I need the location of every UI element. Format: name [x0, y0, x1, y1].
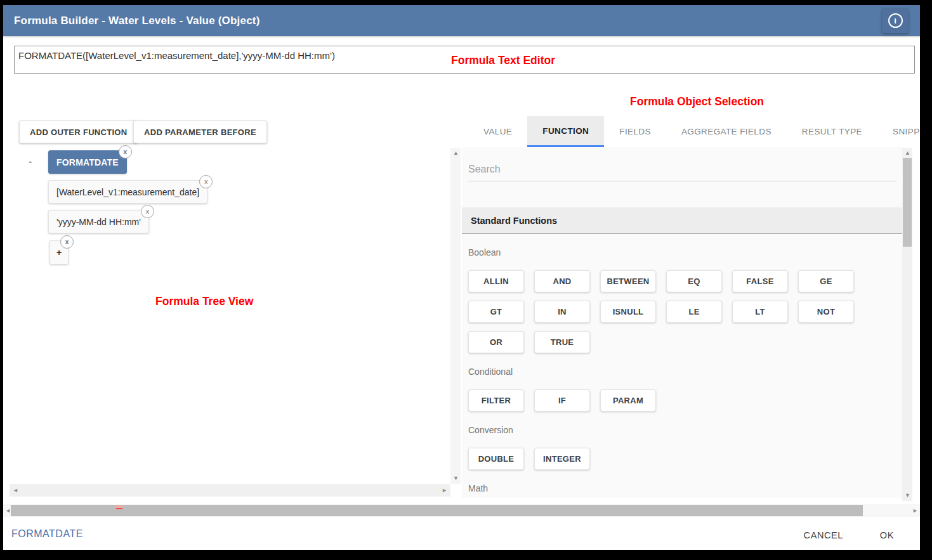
function-button-or[interactable]: OR: [468, 331, 524, 353]
scrollbar-thumb[interactable]: [903, 158, 912, 247]
scroll-right-icon[interactable]: ►: [442, 488, 447, 493]
search-input[interactable]: [468, 164, 897, 181]
remove-node-icon[interactable]: x: [119, 145, 132, 159]
remove-node-icon[interactable]: x: [141, 205, 154, 218]
function-button-filter[interactable]: FILTER: [468, 389, 524, 412]
info-button[interactable]: i: [882, 8, 909, 33]
remove-node-icon[interactable]: x: [60, 235, 74, 249]
scroll-up-icon[interactable]: ▲: [905, 150, 910, 156]
function-button-and[interactable]: AND: [534, 270, 590, 292]
info-icon: i: [888, 13, 903, 28]
tab-function[interactable]: FUNCTION: [527, 116, 604, 147]
tree-horizontal-scrollbar[interactable]: ◄ ►: [10, 484, 450, 497]
category-label-conversion: Conversion: [468, 425, 902, 435]
category-grid-conditional: FILTERIFPARAM: [468, 389, 864, 412]
formula-text: FORMATDATE([WaterLevel_v1:measurement_da…: [18, 50, 335, 61]
tab-aggregate-fields[interactable]: AGGREGATE FIELDS: [666, 116, 787, 147]
function-button-gt[interactable]: GT: [468, 301, 524, 323]
selected-function-link[interactable]: FORMATDATE: [11, 528, 83, 540]
function-button-lt[interactable]: LT: [732, 301, 788, 323]
formula-text-editor[interactable]: FORMATDATE([WaterLevel_v1:measurement_da…: [14, 46, 915, 74]
tree-node-label: +: [56, 247, 62, 257]
annotation-formula-object-selection: Formula Object Selection: [630, 95, 764, 108]
category-grid-boolean: ALLINANDBETWEENEQFALSEGEGTINISNULLLELTNO…: [468, 270, 864, 353]
scroll-down-icon[interactable]: ▼: [905, 493, 910, 498]
cancel-button[interactable]: CANCEL: [799, 526, 848, 544]
function-button-if[interactable]: IF: [534, 389, 590, 412]
tree-node-date-format[interactable]: 'yyyy-MM-dd HH:mm' x: [48, 210, 149, 233]
formula-builder-dialog: Formula Builder - Water Levels - Value (…: [3, 5, 920, 550]
function-button-isnull[interactable]: ISNULL: [600, 301, 656, 323]
dialog-horizontal-scrollbar[interactable]: ◄ ►: [3, 504, 920, 517]
tab-snippets[interactable]: SNIPPETS: [877, 116, 920, 147]
annotation-formula-tree-view: Formula Tree View: [155, 295, 253, 308]
tree-node-label: FORMATDATE: [56, 157, 119, 167]
function-button-ge[interactable]: GE: [798, 270, 854, 292]
tab-fields[interactable]: FIELDS: [604, 116, 666, 147]
scroll-down-icon[interactable]: ▼: [453, 476, 459, 481]
scroll-left-icon[interactable]: ◄: [13, 488, 18, 493]
tree-node-add-parameter[interactable]: + x: [49, 240, 69, 264]
tab-bar: VALUEFUNCTIONFIELDSAGGREGATE FIELDSRESUL…: [468, 116, 920, 147]
ok-button[interactable]: OK: [875, 526, 899, 544]
dialog-title: Formula Builder - Water Levels - Value (…: [14, 15, 260, 27]
scroll-left-icon[interactable]: ◄: [5, 508, 11, 514]
function-button-param[interactable]: PARAM: [600, 389, 656, 412]
dialog-header: Formula Builder - Water Levels - Value (…: [3, 5, 920, 36]
tab-value[interactable]: VALUE: [468, 116, 527, 147]
tree-vertical-scrollbar[interactable]: ▲ ▼: [450, 148, 461, 484]
function-button-integer[interactable]: INTEGER: [534, 448, 590, 470]
function-button-in[interactable]: IN: [534, 301, 590, 323]
red-marker-artifact: [116, 505, 122, 509]
function-button-le[interactable]: LE: [666, 301, 722, 323]
function-categories: BooleanALLINANDBETWEENEQFALSEGEGTINISNUL…: [462, 247, 902, 493]
add-parameter-before-button[interactable]: ADD PARAMETER BEFORE: [133, 120, 267, 143]
add-outer-function-button[interactable]: ADD OUTER FUNCTION: [19, 120, 138, 143]
function-panel: Standard Functions BooleanALLINANDBETWEE…: [462, 147, 902, 498]
tree-node-label: 'yyyy-MM-dd HH:mm': [56, 217, 141, 227]
tab-result-type[interactable]: RESULT TYPE: [787, 116, 877, 147]
category-grid-conversion: DOUBLEINTEGER: [468, 448, 864, 470]
category-label-math: Math: [468, 483, 902, 493]
tree-collapse-toggle[interactable]: -: [29, 156, 32, 167]
scroll-right-icon[interactable]: ►: [912, 508, 918, 514]
section-standard-functions: Standard Functions: [462, 207, 902, 234]
function-button-double[interactable]: DOUBLE: [468, 448, 524, 470]
tree-node-measurement-date[interactable]: [WaterLevel_v1:measurement_date] x: [48, 180, 207, 204]
category-label-boolean: Boolean: [468, 247, 902, 257]
remove-node-icon[interactable]: x: [199, 175, 213, 188]
scroll-up-icon[interactable]: ▲: [453, 150, 459, 156]
function-button-true[interactable]: TRUE: [534, 331, 590, 353]
function-button-not[interactable]: NOT: [798, 301, 854, 323]
function-button-false[interactable]: FALSE: [732, 270, 788, 292]
tree-node-formatdate[interactable]: FORMATDATE x: [48, 150, 127, 174]
category-label-conditional: Conditional: [468, 367, 902, 377]
functions-vertical-scrollbar[interactable]: ▲ ▼: [902, 148, 912, 501]
tree-node-label: [WaterLevel_v1:measurement_date]: [56, 187, 199, 197]
scrollbar-thumb[interactable]: [11, 505, 863, 516]
annotation-formula-text-editor: Formula Text Editor: [451, 54, 555, 67]
function-button-between[interactable]: BETWEEN: [600, 270, 656, 292]
function-button-allin[interactable]: ALLIN: [468, 270, 524, 292]
function-button-eq[interactable]: EQ: [666, 270, 722, 292]
